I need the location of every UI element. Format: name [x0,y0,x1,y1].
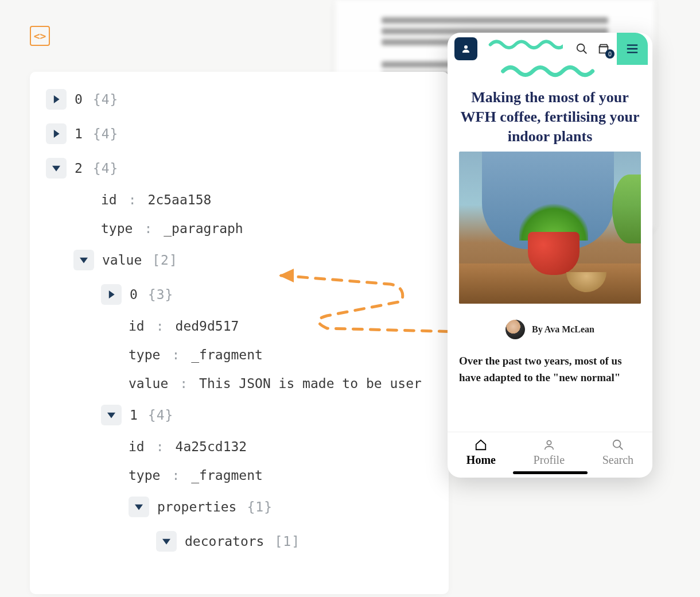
caret-right-icon[interactable] [46,89,67,110]
search-icon [575,42,588,55]
brand-logo: <> [30,26,50,46]
tree-brace: {4} [93,126,119,141]
tree-row-v1-id[interactable]: id: 4a25cd132 [46,439,433,454]
tree-row-2-type[interactable]: type: _paragraph [46,221,433,236]
tree-brace: {3} [148,287,174,302]
home-indicator [513,471,588,474]
caret-down-icon[interactable] [46,158,67,179]
mobile-header: 0 [448,33,652,65]
article-byline: By Ava McLean [448,304,652,353]
search-icon [612,439,624,451]
svg-point-10 [464,45,468,49]
tree-row-v0-value[interactable]: value: This JSON is made to be user [46,376,433,391]
tree-key: value [102,253,142,268]
svg-point-16 [547,441,551,445]
cart-badge: 0 [605,49,615,59]
article-title: Making the most of your WFH coffee, fert… [448,80,652,152]
tree-key: 0 [75,92,83,107]
tree-row-value-1[interactable]: 1 {4} [46,405,433,425]
svg-point-17 [613,440,621,448]
tree-value: This JSON is made to be user [199,376,422,391]
tree-key: 1 [130,408,138,422]
tree-key: decorators [185,534,264,549]
svg-marker-0 [54,95,60,103]
tree-key: id [129,319,145,334]
tree-brace: {1} [247,499,273,514]
tree-row-v1-decorators[interactable]: decorators [1] [46,531,433,552]
tree-row-2-id[interactable]: id: 2c5aa158 [46,192,433,207]
tree-key: properties [157,499,236,514]
caret-down-icon[interactable] [156,531,177,552]
cart-button[interactable]: 0 [595,40,612,57]
tab-profile[interactable]: Profile [534,439,565,467]
tree-row-1[interactable]: 1 {4} [46,123,433,144]
tree-brace: {4} [93,92,119,107]
tree-value: _fragment [191,468,263,483]
tab-home[interactable]: Home [466,439,496,467]
tree-key: id [129,439,145,454]
tree-brace: {4} [148,408,174,422]
json-tree-panel: 0 {4} 1 {4} 2 {4} id: 2c5aa158 type: _pa… [30,72,449,594]
tree-row-value-0[interactable]: 0 {3} [46,284,433,305]
tree-row-v1-type[interactable]: type: _fragment [46,468,433,483]
tree-value: 2c5aa158 [148,192,212,207]
tab-search[interactable]: Search [602,439,633,467]
svg-marker-7 [162,539,170,545]
tree-key: 1 [75,126,83,141]
tree-value: _paragraph [164,221,243,236]
tree-value: 4a25cd132 [176,439,247,454]
user-icon [461,44,471,54]
caret-right-icon[interactable] [101,284,122,305]
svg-point-11 [577,44,585,52]
caret-down-icon[interactable] [129,497,149,517]
tab-label: Search [602,453,633,467]
caret-down-icon[interactable] [101,405,122,425]
article-body-intro: Over the past two years, most of us have… [448,353,652,386]
wave-decoration [448,63,652,80]
search-button[interactable] [573,40,590,57]
menu-button[interactable] [617,33,648,65]
author-avatar [505,320,525,339]
hamburger-icon [626,44,639,54]
tree-value: _fragment [191,347,263,362]
tree-key: 2 [75,161,83,176]
tree-row-2-value[interactable]: value [2] [46,250,433,270]
brand-wave-logo [482,35,569,63]
tree-key: id [101,192,117,207]
tree-row-v0-id[interactable]: id: ded9d517 [46,319,433,334]
svg-marker-1 [54,130,60,138]
tree-key: type [101,221,133,236]
svg-marker-5 [107,413,115,418]
profile-icon [543,439,555,451]
mobile-preview: 0 Making the most of your WFH coffee, fe… [448,33,652,478]
brand-logo-glyph: <> [34,30,46,42]
caret-right-icon[interactable] [46,123,67,144]
mobile-tab-bar: Home Profile Search [448,432,652,478]
tree-key: 0 [130,287,138,302]
tree-row-2[interactable]: 2 {4} [46,158,433,179]
account-button[interactable] [454,37,477,60]
svg-marker-6 [135,505,143,510]
tab-label: Profile [534,453,565,467]
tree-row-v0-type[interactable]: type: _fragment [46,347,433,362]
tree-key: type [129,468,160,483]
caret-down-icon[interactable] [73,250,94,270]
svg-line-18 [620,447,623,450]
tree-value: ded9d517 [176,319,239,334]
svg-marker-3 [80,258,88,263]
article-hero-image [459,152,641,304]
svg-marker-4 [109,290,115,298]
tab-label: Home [466,453,496,467]
tree-row-0[interactable]: 0 {4} [46,89,433,110]
tree-key: type [129,347,160,362]
tree-row-v1-properties[interactable]: properties {1} [46,497,433,517]
svg-marker-2 [52,166,60,172]
author-name: By Ava McLean [532,324,594,335]
tree-brace: [2] [152,253,178,268]
tree-brace: {4} [93,161,119,176]
tree-key: value [129,376,168,391]
home-icon [475,439,487,451]
tree-brace: [1] [274,534,300,549]
svg-line-12 [584,51,587,54]
